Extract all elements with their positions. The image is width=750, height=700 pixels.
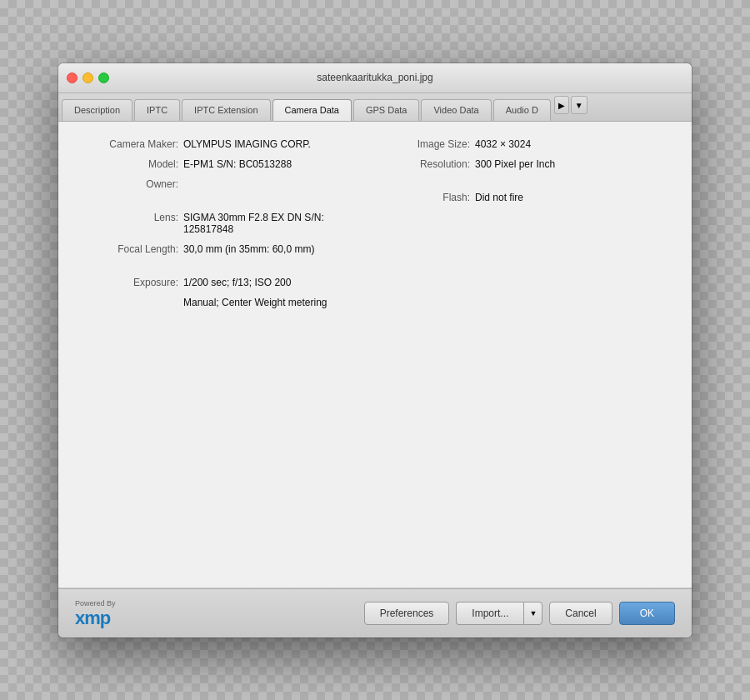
left-column: Camera Maker: OLYMPUS IMAGING CORP. Mode… bbox=[83, 138, 375, 317]
camera-maker-row: Camera Maker: OLYMPUS IMAGING CORP. bbox=[83, 138, 375, 150]
focal-length-value: 30,0 mm (in 35mm: 60,0 mm) bbox=[183, 243, 314, 255]
tab-camera-data[interactable]: Camera Data bbox=[272, 99, 352, 121]
lens-label: Lens: bbox=[83, 212, 183, 223]
tab-video-data[interactable]: Video Data bbox=[421, 99, 491, 121]
tab-description[interactable]: Description bbox=[62, 99, 132, 121]
tabs-bar: Description IPTC IPTC Extension Camera D… bbox=[58, 93, 692, 122]
flash-row: Flash: Did not fire bbox=[375, 192, 667, 203]
lens-row: Lens: SIGMA 30mm F2.8 EX DN S/N: 1258178… bbox=[83, 212, 375, 235]
preferences-button[interactable]: Preferences bbox=[364, 602, 450, 625]
footer-buttons: Preferences Import... ▼ Cancel OK bbox=[364, 602, 675, 625]
powered-by-text: Powered By bbox=[75, 599, 116, 608]
minimize-button[interactable] bbox=[82, 72, 93, 83]
owner-row: Owner: bbox=[83, 178, 375, 190]
footer: Powered By xmp Preferences Import... ▼ C… bbox=[58, 588, 692, 638]
model-label: Model: bbox=[83, 158, 183, 170]
tab-audio-d[interactable]: Audio D bbox=[493, 99, 551, 121]
camera-maker-value: OLYMPUS IMAGING CORP. bbox=[183, 138, 311, 150]
import-group: Import... ▼ bbox=[456, 602, 542, 625]
flash-value: Did not fire bbox=[475, 192, 523, 203]
flash-label: Flash: bbox=[375, 192, 475, 203]
titlebar: sateenkaaritukka_poni.jpg bbox=[58, 63, 692, 93]
tab-nav-forward[interactable]: ▶ bbox=[554, 96, 569, 114]
cancel-button[interactable]: Cancel bbox=[549, 602, 612, 625]
image-size-row: Image Size: 4032 × 3024 bbox=[375, 138, 667, 150]
focal-length-row: Focal Length: 30,0 mm (in 35mm: 60,0 mm) bbox=[83, 243, 375, 255]
exposure-value: 1/200 sec; f/13; ISO 200 bbox=[183, 277, 291, 288]
metadata-grid: Camera Maker: OLYMPUS IMAGING CORP. Mode… bbox=[83, 138, 667, 317]
main-window: sateenkaaritukka_poni.jpg Description IP… bbox=[58, 63, 692, 638]
tab-nav-dropdown[interactable]: ▼ bbox=[571, 96, 588, 114]
ok-button[interactable]: OK bbox=[619, 602, 675, 625]
image-size-value: 4032 × 3024 bbox=[475, 138, 531, 150]
tab-nav-controls: ▶ ▼ bbox=[554, 96, 588, 116]
resolution-label: Resolution: bbox=[375, 158, 475, 170]
model-value: E-PM1 S/N: BC0513288 bbox=[183, 158, 292, 170]
model-row: Model: E-PM1 S/N: BC0513288 bbox=[83, 158, 375, 170]
xmp-branding: Powered By xmp bbox=[75, 599, 116, 628]
import-button[interactable]: Import... bbox=[456, 602, 523, 625]
tab-iptc[interactable]: IPTC bbox=[134, 99, 180, 121]
content-area: Camera Maker: OLYMPUS IMAGING CORP. Mode… bbox=[58, 122, 692, 588]
camera-maker-label: Camera Maker: bbox=[83, 138, 183, 150]
owner-label: Owner: bbox=[83, 178, 183, 190]
tab-gps-data[interactable]: GPS Data bbox=[353, 99, 420, 121]
maximize-button[interactable] bbox=[98, 72, 109, 83]
exposure-line2-row: Manual; Center Weight metering bbox=[83, 297, 375, 308]
import-dropdown-button[interactable]: ▼ bbox=[523, 602, 542, 625]
exposure-row: Exposure: 1/200 sec; f/13; ISO 200 bbox=[83, 277, 375, 288]
exposure-line2-value: Manual; Center Weight metering bbox=[183, 297, 328, 308]
xmp-logo: xmp bbox=[75, 609, 110, 628]
lens-value: SIGMA 30mm F2.8 EX DN S/N: 125817848 bbox=[183, 212, 375, 235]
close-button[interactable] bbox=[67, 72, 78, 83]
focal-length-label: Focal Length: bbox=[83, 243, 183, 255]
traffic-lights bbox=[67, 72, 109, 83]
right-column: Image Size: 4032 × 3024 Resolution: 300 … bbox=[375, 138, 667, 317]
tab-iptc-extension[interactable]: IPTC Extension bbox=[182, 99, 270, 121]
resolution-value: 300 Pixel per Inch bbox=[475, 158, 555, 170]
exposure-label: Exposure: bbox=[83, 277, 183, 288]
resolution-row: Resolution: 300 Pixel per Inch bbox=[375, 158, 667, 170]
image-size-label: Image Size: bbox=[375, 138, 475, 150]
window-title: sateenkaaritukka_poni.jpg bbox=[317, 72, 432, 83]
